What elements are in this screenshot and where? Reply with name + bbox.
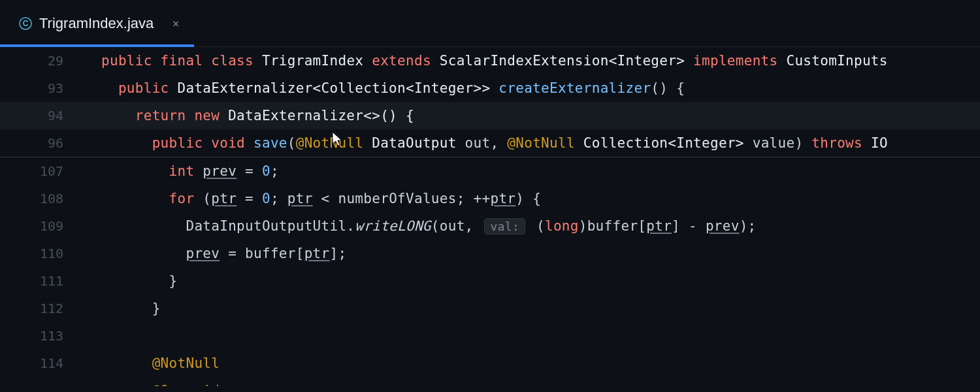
code-line[interactable]: 110 prev = buffer[ptr]; <box>0 240 980 267</box>
code-content[interactable]: @Override <box>101 377 228 386</box>
line-number[interactable]: 96 <box>0 135 82 151</box>
code-line[interactable]: 107 int prev = 0; <box>0 157 980 185</box>
line-number[interactable]: 107 <box>0 163 82 179</box>
code-line[interactable]: 94 return new DataExternalizer<>() { <box>0 102 980 129</box>
code-line[interactable]: 108 for (ptr = 0; ptr < numberOfValues; … <box>0 185 980 212</box>
code-content[interactable]: public void save(@NotNull DataOutput out… <box>101 135 888 151</box>
line-number[interactable]: 115 <box>0 377 82 386</box>
tab-bar: C TrigramIndex.java × <box>0 0 980 47</box>
sticky-scroll-header: 29public final class TrigramIndex extend… <box>0 47 980 157</box>
line-number[interactable]: 109 <box>0 218 82 234</box>
code-content[interactable]: int prev = 0; <box>101 163 279 179</box>
code-content[interactable]: return new DataExternalizer<>() { <box>101 108 414 123</box>
code-content[interactable]: for (ptr = 0; ptr < numberOfValues; ++pt… <box>101 191 541 206</box>
svg-text:C: C <box>23 19 29 28</box>
code-line[interactable]: 109 DataInputOutputUtil.writeLONG(out, v… <box>0 212 980 240</box>
code-content[interactable]: prev = buffer[ptr]; <box>101 246 346 261</box>
editor-tab[interactable]: C TrigramIndex.java × <box>0 0 194 47</box>
close-icon[interactable]: × <box>169 17 182 30</box>
code-line[interactable]: 96 public void save(@NotNull DataOutput … <box>0 129 980 157</box>
code-content[interactable]: @NotNull <box>101 355 220 371</box>
line-number[interactable]: 94 <box>0 108 82 123</box>
line-number[interactable]: 113 <box>0 328 82 344</box>
code-content[interactable]: DataInputOutputUtil.writeLONG(out, val: … <box>101 218 757 234</box>
code-line[interactable]: 114 @NotNull <box>0 350 980 377</box>
code-line[interactable]: 111 } <box>0 267 980 295</box>
line-number[interactable]: 110 <box>0 246 82 261</box>
code-line[interactable]: 112 } <box>0 295 980 322</box>
line-number[interactable]: 112 <box>0 301 82 316</box>
line-number[interactable]: 108 <box>0 191 82 206</box>
line-number[interactable]: 93 <box>0 80 82 96</box>
java-class-icon: C <box>18 16 33 31</box>
code-editor[interactable]: 29public final class TrigramIndex extend… <box>0 47 980 386</box>
code-content[interactable]: public DataExternalizer<Collection<Integ… <box>101 80 685 96</box>
code-line[interactable]: 115 @Override <box>0 377 980 386</box>
code-line[interactable]: 29public final class TrigramIndex extend… <box>0 47 980 74</box>
code-content[interactable]: } <box>101 301 161 316</box>
code-content[interactable]: } <box>101 273 178 289</box>
line-number[interactable]: 29 <box>0 53 82 69</box>
code-line[interactable]: 113 <box>0 322 980 350</box>
code-content[interactable]: public final class TrigramIndex extends … <box>101 53 888 69</box>
line-number[interactable]: 111 <box>0 273 82 289</box>
tab-filename: TrigramIndex.java <box>39 15 154 32</box>
line-number[interactable]: 114 <box>0 355 82 371</box>
code-line[interactable]: 93 public DataExternalizer<Collection<In… <box>0 74 980 102</box>
parameter-hint: val: <box>484 218 525 235</box>
